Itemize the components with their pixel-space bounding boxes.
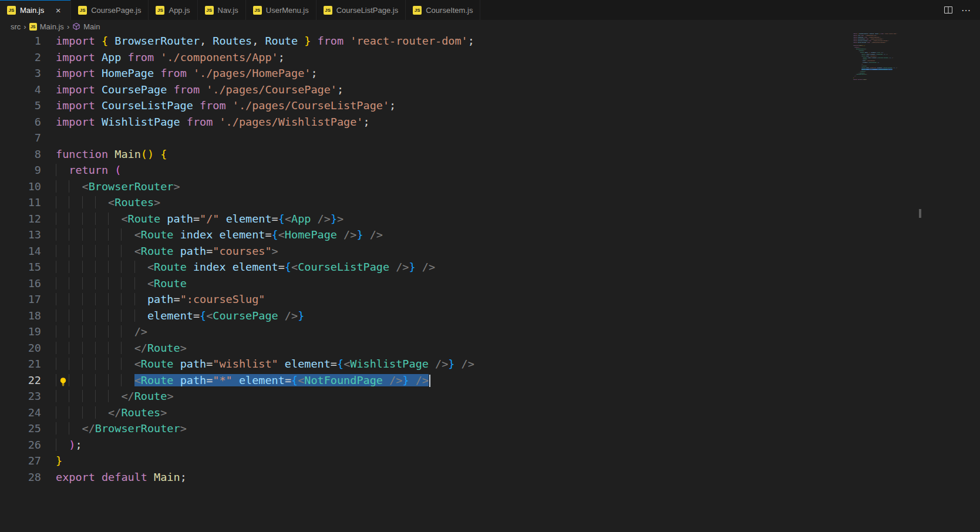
code-line-28[interactable]: 28export default Main; <box>0 469 980 486</box>
code-token: import <box>56 83 95 96</box>
line-number[interactable]: 1 <box>0 33 41 49</box>
code-line-7[interactable]: 7 <box>0 130 980 146</box>
code-line-14[interactable]: 14 <Route path="courses"> <box>0 243 980 260</box>
line-number[interactable]: 27 <box>0 453 41 469</box>
code-token: = <box>174 293 180 305</box>
line-number[interactable]: 22 <box>0 372 41 389</box>
more-actions-button[interactable]: ⋯ <box>958 2 974 18</box>
code-token: /> <box>337 228 356 241</box>
code-line-24[interactable]: 24 </Routes> <box>0 405 980 421</box>
tab-usermenu-js[interactable]: JSUserMenu.js <box>246 0 316 20</box>
code-line-17[interactable]: 17 path=":courseSlug" <box>0 291 980 308</box>
breadcrumb-item-main[interactable]: Main <box>72 22 100 31</box>
code-line-3[interactable]: 3import HomePage from './pages/HomePage'… <box>0 65 980 82</box>
line-number[interactable]: 21 <box>0 356 41 372</box>
code-line-27[interactable]: 27} <box>0 453 980 469</box>
code-line-15[interactable]: 15 <Route index element={<CourseListPage… <box>0 259 980 275</box>
code-line-25[interactable]: 25 </BrowserRouter> <box>0 420 980 437</box>
js-file-icon: JS <box>29 23 37 31</box>
indent-whitespace <box>56 390 121 402</box>
code-line-22[interactable]: 22 <Route path="*" element={<NotFoundPag… <box>0 372 980 389</box>
line-number[interactable]: 17 <box>0 291 41 308</box>
split-editor-button[interactable] <box>940 2 957 18</box>
lightbulb-icon[interactable] <box>58 375 68 385</box>
code-line-18[interactable]: 18 element={<CoursePage />} <box>0 308 980 324</box>
code-token: } <box>298 309 304 322</box>
line-number[interactable]: 4 <box>0 82 41 98</box>
code-editor[interactable]: 1import { BrowserRouter, Routes, Route }… <box>0 33 980 532</box>
line-number[interactable]: 10 <box>0 179 41 195</box>
code-line-2[interactable]: 2import App from './components/App'; <box>0 49 980 66</box>
code-token: './pages/WishlistPage' <box>213 116 363 128</box>
tab-courseitem-js[interactable]: JSCourseItem.js <box>406 0 480 20</box>
line-content: <Route path="/" element={<App />}> <box>56 211 343 227</box>
code-token: ; <box>180 471 187 483</box>
code-token: /> <box>409 374 429 386</box>
code-token: > <box>337 213 343 225</box>
code-line-23[interactable]: 23 </Route> <box>0 388 980 405</box>
minimap[interactable]: import { BrowserRouter, Routes, Route } … <box>853 33 924 109</box>
breadcrumb-item-main-js[interactable]: JSMain.js <box>29 22 64 31</box>
tab-coursepage-js[interactable]: JSCoursePage.js <box>71 0 149 20</box>
code-line-4[interactable]: 4import CoursePage from './pages/CourseP… <box>0 82 980 98</box>
code-token: './pages/HomePage' <box>187 67 311 79</box>
breadcrumb-separator: › <box>23 22 26 31</box>
code-line-20[interactable]: 20 </Route> <box>0 340 980 356</box>
code-line-10[interactable]: 10 <BrowserRouter> <box>0 179 980 195</box>
breadcrumb-item-src[interactable]: src <box>11 22 21 31</box>
line-number[interactable]: 15 <box>0 259 41 275</box>
line-number[interactable]: 23 <box>0 388 41 405</box>
line-number[interactable]: 19 <box>0 324 41 340</box>
line-number[interactable]: 3 <box>0 65 41 82</box>
tab-main-js[interactable]: JSMain.js× <box>0 0 71 20</box>
glyph-margin <box>41 420 56 437</box>
code-line-16[interactable]: 16 <Route <box>0 275 980 292</box>
code-token: } <box>409 261 416 273</box>
code-line-9[interactable]: 9 return ( <box>0 162 980 179</box>
line-content: <Route <box>56 275 187 292</box>
line-number[interactable]: 14 <box>0 243 41 260</box>
line-number[interactable]: 9 <box>0 162 41 179</box>
glyph-margin <box>41 49 56 66</box>
code-line-8[interactable]: 8function Main() { <box>0 146 980 163</box>
line-number[interactable]: 8 <box>0 146 41 163</box>
tab-courselistpage-js[interactable]: JSCourseListPage.js <box>316 0 406 20</box>
code-token: < <box>108 196 114 208</box>
code-token <box>154 148 160 160</box>
line-number[interactable]: 6 <box>0 114 41 130</box>
glyph-margin <box>41 324 56 340</box>
line-number[interactable]: 20 <box>0 340 41 356</box>
tab-app-js[interactable]: JSApp.js <box>149 0 197 20</box>
code-line-1[interactable]: 1import { BrowserRouter, Routes, Route }… <box>0 33 980 49</box>
line-number[interactable]: 12 <box>0 211 41 227</box>
code-line-13[interactable]: 13 <Route index element={<HomePage />} /… <box>0 227 980 243</box>
glyph-margin <box>41 453 56 469</box>
line-number[interactable]: 7 <box>0 130 41 146</box>
code-token: /> <box>278 309 298 322</box>
code-line-5[interactable]: 5import CourseListPage from './pages/Cou… <box>0 97 980 114</box>
line-number[interactable]: 5 <box>0 97 41 114</box>
indent-whitespace <box>56 342 134 354</box>
code-line-21[interactable]: 21 <Route path="wishlist" element={<Wish… <box>0 356 980 372</box>
code-token: > <box>154 196 160 208</box>
code-line-19[interactable]: 19 /> <box>0 324 980 340</box>
line-number[interactable]: 25 <box>0 420 41 437</box>
code-token: './pages/CoursePage' <box>200 83 337 96</box>
code-line-11[interactable]: 11 <Routes> <box>0 194 980 211</box>
code-token: </ <box>82 422 95 435</box>
line-number[interactable]: 24 <box>0 405 41 421</box>
code-line-6[interactable]: 6import WishlistPage from './pages/Wishl… <box>0 114 980 130</box>
line-number[interactable]: 28 <box>0 469 41 486</box>
code-token: < <box>147 277 154 289</box>
line-number[interactable]: 18 <box>0 308 41 324</box>
code-line-12[interactable]: 12 <Route path="/" element={<App />}> <box>0 211 980 227</box>
line-number[interactable]: 13 <box>0 227 41 243</box>
line-number[interactable]: 11 <box>0 194 41 211</box>
code-line-26[interactable]: 26 ); <box>0 437 980 453</box>
tab-close-icon[interactable]: × <box>53 5 63 15</box>
line-number[interactable]: 16 <box>0 275 41 292</box>
line-number[interactable]: 26 <box>0 437 41 453</box>
code-token: > <box>174 180 180 193</box>
tab-nav-js[interactable]: JSNav.js <box>198 0 246 20</box>
line-number[interactable]: 2 <box>0 49 41 66</box>
